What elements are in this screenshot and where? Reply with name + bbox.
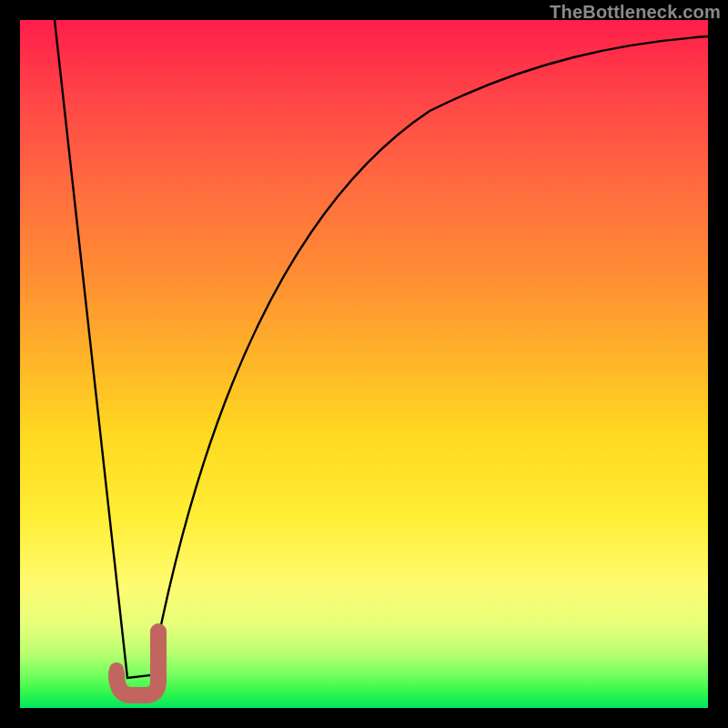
min-marker-dot-icon	[109, 662, 124, 677]
plot-area	[20, 20, 708, 708]
bottleneck-curve	[55, 20, 708, 678]
curve-layer	[20, 20, 708, 708]
chart-frame: TheBottleneck.com	[0, 0, 728, 728]
